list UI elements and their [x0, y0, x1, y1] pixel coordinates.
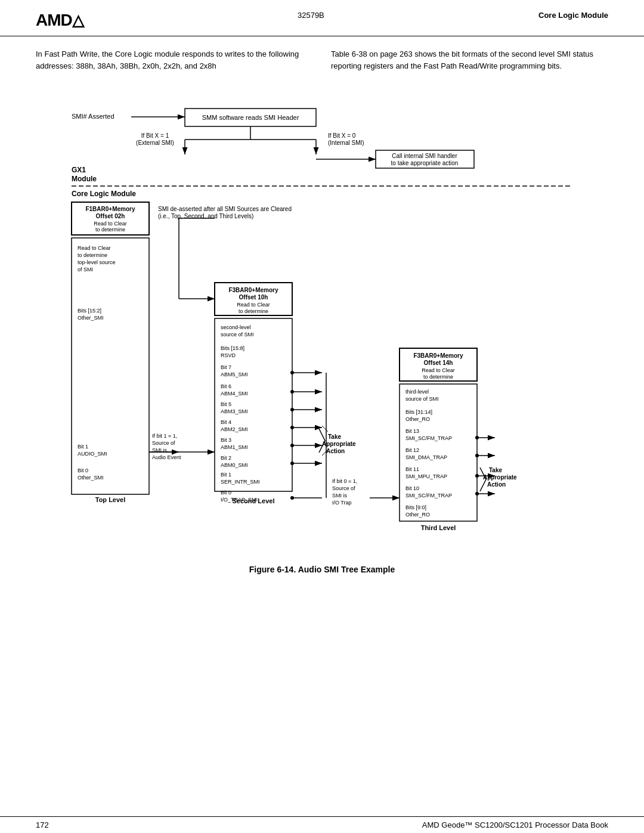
external-smi-label: (External SMI): [136, 140, 174, 146]
smi-sc-fm-trap2-label: SMI_SC/FM_TRAP: [405, 493, 452, 498]
if-bit0-source: Source of: [332, 485, 355, 491]
take-action-right-2: Appropriate: [483, 474, 517, 481]
bits-9-0-label: Bits [9:0]: [405, 504, 426, 510]
svg-point-22: [290, 408, 294, 411]
f3bar0-14-offset: Offset 14h: [424, 360, 453, 366]
f1bar0-offset: Offset 02h: [96, 213, 125, 219]
abm3-label: ABM3_SMI: [221, 408, 248, 414]
bit-x-0-label: If Bit X = 0: [328, 132, 356, 139]
bits-31-14-label: Bits [31:14]: [405, 409, 432, 415]
svg-point-38: [475, 492, 479, 496]
product-name: AMD Geode™ SC1200/SC1201 Processor Data …: [422, 820, 608, 829]
diagram-container: SMI# Asserted SMM software reads SMI Hea…: [36, 86, 608, 553]
io-trap-label: I/O Trap: [332, 500, 352, 506]
other-smi2-label: Other_SMI: [78, 475, 104, 481]
f1bar0-desc2: to determine: [95, 227, 125, 233]
smi-sc-fm-trap-label: SMI_SC/FM_TRAP: [405, 435, 452, 441]
3rd-desc1: third-level: [405, 389, 429, 395]
internal-smi-label: (Internal SMI): [328, 140, 364, 146]
bit7-label: Bit 7: [221, 364, 231, 370]
other-ro-label: Other_RO: [405, 416, 430, 422]
f1bar0-desc1: Read to Clear: [94, 221, 127, 227]
f3bar0-14-desc1: Read to Clear: [422, 367, 455, 373]
svg-point-28: [290, 496, 294, 500]
smi-dma-trap-label: SMI_DMA_TRAP: [405, 454, 447, 460]
2nd-desc1: second-level: [221, 324, 251, 330]
bit6-label: Bit 6: [221, 383, 231, 389]
f3bar0-14-title: F3BAR0+Memory: [413, 352, 463, 359]
bit1-label: Bit 1: [78, 444, 88, 450]
take-action-right-1: Take: [489, 467, 502, 473]
take-action-right-3: Action: [487, 481, 506, 488]
other-smi-label: Other_SMI: [78, 315, 104, 321]
if-bit0-smi: SMI is: [332, 493, 348, 498]
bit11-label: Bit 11: [405, 466, 419, 472]
top-desc4: of SMI: [78, 267, 93, 272]
bit12-label: Bit 12: [405, 447, 419, 453]
gx1-module-label: GX1: [72, 166, 86, 174]
bit0-label: Bit 0: [78, 467, 88, 473]
page-number: 172: [36, 820, 49, 829]
page-footer: 172 AMD Geode™ SC1200/SC1201 Processor D…: [0, 816, 644, 833]
core-logic-label: Core Logic Module: [72, 190, 136, 198]
ser-intr-label: SER_INTR_SMI: [221, 479, 260, 485]
smi-asserted-label: SMI# Asserted: [72, 113, 114, 120]
f1bar0-note1: SMI de-asserted after all SMI Sources ar…: [158, 206, 292, 212]
third-level-label: Third Level: [421, 524, 456, 531]
take-action-2: Appropriate: [322, 441, 356, 447]
other-ro2-label: Other_RO: [405, 512, 430, 518]
svg-point-23: [290, 426, 294, 429]
top-level-label: Top Level: [95, 496, 126, 503]
bit13-label: Bit 13: [405, 428, 419, 434]
f3bar0-10-desc1: Read to Clear: [237, 302, 270, 308]
second-level-label: Second Level: [233, 497, 275, 504]
svg-point-25: [290, 462, 294, 465]
bit3-label: Bit 3: [221, 437, 231, 443]
svg-point-24: [290, 444, 294, 447]
smi-mpu-trap-label: SMI_MPU_TRAP: [405, 473, 447, 479]
page-header: AMD△ 32579B Core Logic Module: [0, 0, 644, 36]
abm0-label: ABM0_SMI: [221, 462, 248, 468]
figure-caption: Figure 6-14. Audio SMI Tree Example: [36, 565, 608, 574]
f1bar0-title: F1BAR0+Memory: [85, 206, 135, 212]
top-desc2: to determine: [78, 252, 107, 258]
bits-15-8-label: Bits [15:8]: [221, 345, 244, 351]
abm2-label: ABM2_SMI: [221, 426, 248, 432]
take-action-3: Action: [326, 448, 345, 454]
top-desc3: top-level source: [78, 259, 116, 265]
abm5-label: ABM5_SMI: [221, 371, 248, 377]
if-bit0-label: If bit 0 = 1,: [332, 478, 357, 484]
f3bar0-10-title: F3BAR0+Memory: [228, 287, 278, 293]
svg-point-35: [475, 436, 479, 439]
rsvd-label: RSVD: [221, 352, 236, 358]
abm4-label: ABM4_SMI: [221, 391, 248, 397]
if-bit1-source: Source of: [152, 440, 175, 446]
smm-header-box: SMM software reads SMI Header: [202, 114, 299, 121]
svg-point-20: [290, 371, 294, 374]
svg-point-37: [475, 474, 479, 478]
top-desc1: Read to Clear: [78, 245, 111, 251]
intro-col-2: Table 6-38 on page 263 shows the bit for…: [331, 48, 608, 72]
bit-x-1-label: If Bit X = 1: [141, 132, 169, 139]
bit0-io-label: Bit 0: [221, 490, 231, 496]
amd-logo: AMD△: [36, 11, 83, 30]
svg-point-21: [290, 390, 294, 394]
intro-columns: In Fast Path Write, the Core Logic modul…: [36, 48, 608, 72]
3rd-desc2: source of SMI: [405, 396, 439, 402]
bit1-ser-label: Bit 1: [221, 472, 231, 478]
take-action-1: Take: [328, 433, 341, 440]
page-body: In Fast Path Write, the Core Logic modul…: [0, 36, 644, 598]
svg-line-45: [322, 426, 328, 432]
bit5-label: Bit 5: [221, 401, 231, 407]
f3bar0-10-desc2: to determine: [239, 308, 268, 314]
bits-15-2-label: Bits [15:2]: [78, 308, 101, 314]
bit10-label: Bit 10: [405, 485, 419, 491]
2nd-desc2: source of SMI: [221, 332, 254, 337]
bit2-label: Bit 2: [221, 455, 231, 461]
smi-tree-diagram: SMI# Asserted SMM software reads SMI Hea…: [36, 86, 608, 551]
gx1-module-label2: Module: [72, 175, 97, 183]
doc-number: 32579B: [298, 11, 324, 20]
svg-point-36: [475, 454, 479, 457]
if-bit1-label: If bit 1 = 1,: [152, 433, 177, 439]
abm1-label: ABM1_SMI: [221, 444, 248, 450]
